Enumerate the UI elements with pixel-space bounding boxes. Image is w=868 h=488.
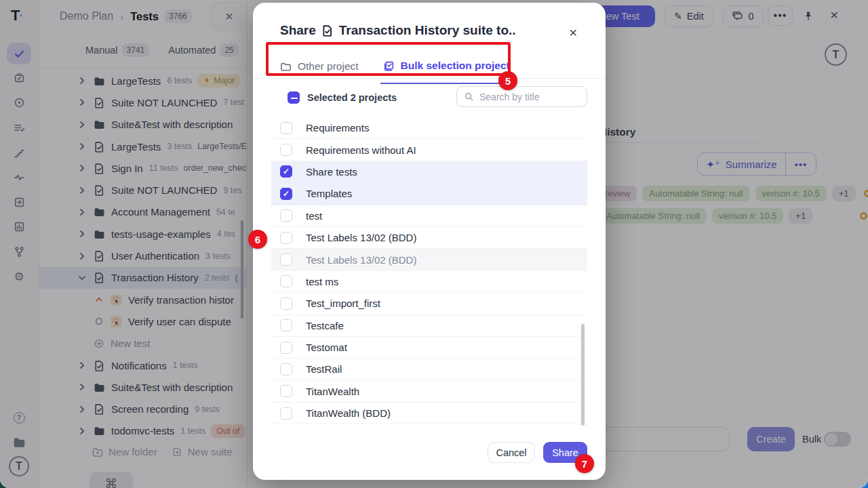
project-row[interactable]: TitanWealth xyxy=(271,381,587,403)
search-icon xyxy=(464,92,474,102)
project-checkbox[interactable] xyxy=(280,385,292,397)
project-row[interactable]: Test Labels 13/02 (BDD) xyxy=(271,249,587,270)
modal-close-icon[interactable]: × xyxy=(569,24,577,41)
cancel-button[interactable]: Cancel xyxy=(488,442,535,463)
project-name: Templates xyxy=(306,188,352,199)
project-name: Testcafe xyxy=(306,320,344,331)
project-name: Share tests xyxy=(306,166,357,178)
project-checkbox[interactable] xyxy=(280,165,292,178)
tabs-divider xyxy=(253,78,606,79)
modal-title-prefix: Share xyxy=(280,23,316,38)
project-checkbox[interactable] xyxy=(280,188,292,200)
select-all-row: Selected 2 projects xyxy=(288,92,397,104)
project-row[interactable]: Testomat xyxy=(271,337,587,359)
project-name: Testomat xyxy=(306,342,347,353)
project-row[interactable]: Requirements without AI xyxy=(271,139,587,161)
project-checkbox[interactable] xyxy=(280,122,292,134)
suite-doc-icon xyxy=(321,24,334,37)
project-row[interactable]: TitanWealth (BDD) xyxy=(271,403,587,424)
project-checkbox[interactable] xyxy=(280,144,292,156)
modal-title: Share Transaction History suite to.. xyxy=(280,23,516,38)
project-row[interactable]: Requirements xyxy=(271,117,587,139)
project-row[interactable]: test ms xyxy=(271,271,587,293)
modal-title-main: Transaction History suite to.. xyxy=(339,23,516,38)
desktop: T' ⚙ ? xyxy=(0,0,868,488)
project-name: Requirements without AI xyxy=(306,144,416,156)
project-checkbox[interactable] xyxy=(280,253,292,266)
project-name: test xyxy=(306,210,322,222)
annotation-step-6: 6 xyxy=(248,230,267,249)
project-row[interactable]: Templates xyxy=(271,183,587,205)
modal-scrollbar[interactable] xyxy=(581,324,585,426)
app-window: T' ⚙ ? xyxy=(0,0,868,488)
annotation-highlight-rect xyxy=(266,42,511,76)
project-name: TitanWealth (BDD) xyxy=(306,407,391,419)
project-row[interactable]: Test Labels 13/02 (BDD) xyxy=(271,227,587,249)
selected-summary-label: Selected 2 projects xyxy=(307,92,397,103)
project-name: Requirements xyxy=(306,122,369,134)
project-name: test ms xyxy=(306,276,338,287)
project-name: TitanWealth xyxy=(306,386,359,397)
project-row[interactable]: Test_import_first xyxy=(271,293,587,314)
project-list: RequirementsRequirements without AIShare… xyxy=(271,117,587,424)
select-all-checkbox[interactable] xyxy=(288,92,300,104)
project-row[interactable]: test xyxy=(271,205,587,227)
project-checkbox[interactable] xyxy=(280,275,292,287)
search-input[interactable] xyxy=(479,92,574,102)
project-search xyxy=(456,86,587,107)
project-name: Test Labels 13/02 (BDD) xyxy=(306,232,416,243)
project-row[interactable]: Testcafe xyxy=(271,315,587,337)
project-checkbox[interactable] xyxy=(280,232,292,244)
project-row[interactable]: TestRail xyxy=(271,359,587,380)
project-checkbox[interactable] xyxy=(280,363,292,375)
project-row[interactable]: Share tests xyxy=(271,161,587,183)
annotation-step-7: 7 xyxy=(575,454,594,473)
project-name: Test_import_first xyxy=(306,298,380,309)
project-checkbox[interactable] xyxy=(280,407,292,420)
project-checkbox[interactable] xyxy=(280,342,292,354)
project-name: Test Labels 13/02 (BDD) xyxy=(306,254,416,266)
project-checkbox[interactable] xyxy=(280,209,292,222)
modal-footer: Cancel Share xyxy=(253,442,606,463)
annotation-step-5: 5 xyxy=(498,71,517,90)
project-checkbox[interactable] xyxy=(280,319,292,331)
project-checkbox[interactable] xyxy=(280,298,292,310)
project-name: TestRail xyxy=(306,363,342,375)
